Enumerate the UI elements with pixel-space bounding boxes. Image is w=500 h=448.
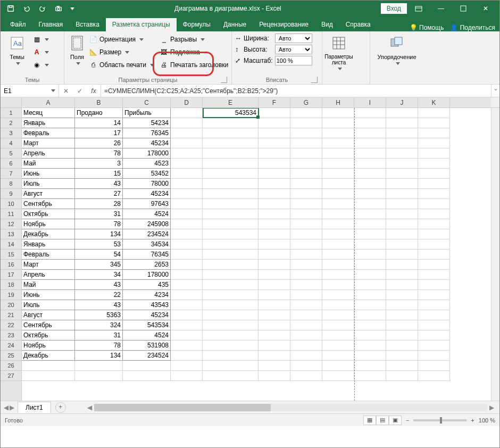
cell[interactable] — [418, 270, 450, 280]
cell[interactable] — [418, 320, 450, 330]
cell[interactable] — [386, 108, 418, 118]
cell[interactable] — [171, 341, 203, 351]
view-page-break-icon[interactable]: ▣ — [389, 416, 402, 425]
cell[interactable]: Декабрь — [22, 229, 75, 239]
cell[interactable] — [418, 148, 450, 159]
cell[interactable] — [322, 179, 354, 189]
row-header[interactable]: 14 — [1, 239, 21, 250]
cell[interactable] — [354, 239, 386, 250]
cell[interactable] — [354, 159, 386, 169]
cells[interactable]: МесяцПроданоПрибыль543534Январь1454234Фе… — [22, 108, 491, 401]
cell[interactable] — [259, 371, 290, 381]
col-header[interactable]: A — [22, 97, 75, 107]
cell[interactable] — [322, 310, 354, 320]
cell[interactable] — [354, 189, 386, 199]
cell[interactable] — [322, 361, 354, 371]
cell[interactable]: Ноябрь — [22, 219, 75, 229]
cell[interactable] — [418, 229, 450, 239]
cell[interactable] — [290, 138, 322, 148]
cell[interactable] — [354, 290, 386, 300]
cell[interactable] — [418, 260, 450, 270]
cell[interactable] — [322, 280, 354, 290]
row-header[interactable]: 9 — [1, 189, 21, 199]
cell[interactable]: Ноябрь — [22, 341, 75, 351]
scale-input[interactable] — [275, 56, 312, 65]
cell[interactable]: Январь — [22, 118, 75, 128]
cell[interactable] — [418, 280, 450, 290]
cell[interactable] — [418, 290, 450, 300]
cell[interactable] — [123, 371, 171, 381]
sheet-nav-next-icon[interactable]: ▶ — [10, 404, 14, 411]
cell[interactable] — [171, 199, 203, 209]
row-header[interactable]: 16 — [1, 260, 21, 270]
cell[interactable]: 78 — [75, 148, 123, 159]
cell[interactable]: Продано — [75, 108, 123, 118]
cell[interactable] — [290, 341, 322, 351]
cell[interactable]: Сентябрь — [22, 199, 75, 209]
cell[interactable] — [203, 128, 259, 138]
cell[interactable] — [22, 361, 75, 371]
cell[interactable] — [203, 371, 259, 381]
cell[interactable] — [203, 250, 259, 260]
row-header[interactable]: 10 — [1, 199, 21, 209]
cell[interactable] — [354, 310, 386, 320]
cell[interactable]: 26 — [75, 138, 123, 148]
cell[interactable] — [123, 361, 171, 371]
cell[interactable] — [290, 300, 322, 310]
cell[interactable] — [386, 270, 418, 280]
cell[interactable]: Июнь — [22, 290, 75, 300]
cell[interactable] — [171, 128, 203, 138]
cell[interactable] — [203, 320, 259, 330]
row-header[interactable]: 1 — [1, 108, 21, 118]
cell[interactable]: Октябрь — [22, 330, 75, 341]
cell[interactable] — [290, 219, 322, 229]
background-button[interactable]: 🖼Подложка — [160, 46, 228, 58]
cell[interactable] — [386, 260, 418, 270]
row-header[interactable]: 21 — [1, 310, 21, 320]
cell[interactable] — [386, 290, 418, 300]
expand-formula-icon[interactable]: ⌄ — [491, 85, 499, 97]
cell[interactable] — [259, 108, 290, 118]
cell[interactable] — [259, 128, 290, 138]
maximize-icon[interactable] — [453, 1, 474, 16]
cell[interactable] — [386, 189, 418, 199]
cell[interactable] — [418, 341, 450, 351]
cell[interactable]: 4524 — [123, 209, 171, 219]
cell[interactable] — [203, 159, 259, 169]
cell[interactable]: Апрель — [22, 148, 75, 159]
share-button[interactable]: 👤 Поделиться — [450, 24, 495, 31]
cell[interactable] — [259, 361, 290, 371]
cell[interactable]: Месяц — [22, 108, 75, 118]
cell[interactable]: 245908 — [123, 219, 171, 229]
cell[interactable]: 178000 — [123, 270, 171, 280]
cell[interactable]: 27 — [75, 189, 123, 199]
cell[interactable] — [259, 300, 290, 310]
cell[interactable] — [203, 179, 259, 189]
zoom-out-icon[interactable]: − — [406, 417, 409, 424]
cell[interactable] — [171, 239, 203, 250]
cell[interactable] — [171, 219, 203, 229]
cell[interactable] — [322, 300, 354, 310]
row-header[interactable]: 3 — [1, 128, 21, 138]
cell[interactable] — [259, 219, 290, 229]
cell[interactable]: 4524 — [123, 330, 171, 341]
cell[interactable]: 543534 — [123, 320, 171, 330]
cell[interactable]: Прибыль — [123, 108, 171, 118]
cell[interactable] — [259, 351, 290, 361]
themes-button[interactable]: Aa Темы — [4, 34, 30, 66]
cell[interactable] — [171, 250, 203, 260]
cell[interactable] — [203, 148, 259, 159]
row-header[interactable]: 17 — [1, 270, 21, 280]
effects-button[interactable]: ◉ — [32, 59, 49, 71]
minimize-icon[interactable]: — — [430, 1, 452, 16]
qat-dropdown-icon[interactable] — [68, 2, 75, 15]
arrange-button[interactable]: Упорядочение — [373, 34, 420, 66]
row-header[interactable]: 7 — [1, 169, 21, 179]
cell[interactable] — [322, 159, 354, 169]
cell[interactable] — [322, 209, 354, 219]
cell[interactable]: 54234 — [123, 118, 171, 128]
cell[interactable] — [322, 330, 354, 341]
height-select[interactable]: Авто — [275, 45, 312, 54]
size-button[interactable]: 📐Размер — [89, 46, 154, 58]
cell[interactable] — [290, 108, 322, 118]
